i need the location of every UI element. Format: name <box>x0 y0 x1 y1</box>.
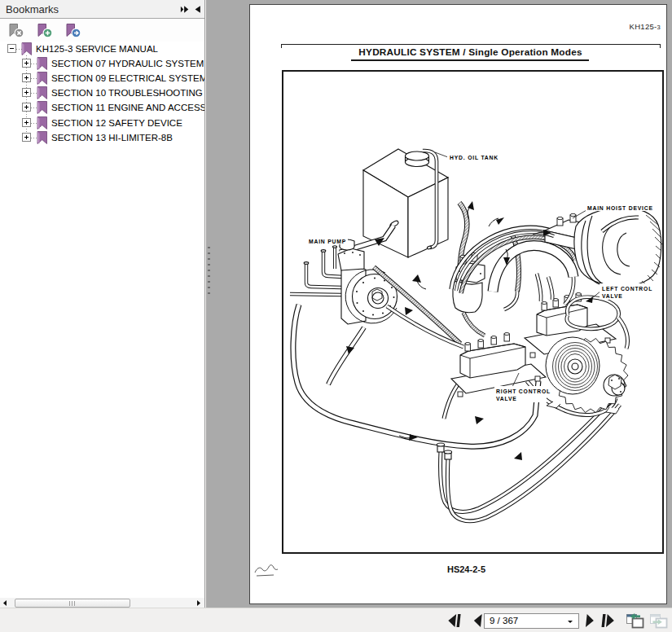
expand-box[interactable] <box>22 88 31 97</box>
scroll-right-icon[interactable] <box>193 598 204 608</box>
bookmarks-toolbar <box>0 20 204 42</box>
bookmark-item-section[interactable]: SECTION 10 TROUBLESHOOTING <box>0 86 205 100</box>
horizontal-scrollbar[interactable] <box>0 598 204 608</box>
bookmark-label[interactable]: KH125-3 SERVICE MANUAL <box>36 42 158 56</box>
tree-connector <box>31 93 37 94</box>
diagram-linework <box>255 149 662 576</box>
bookmark-item-section[interactable]: SECTION 09 ELECTRICAL SYSTEM <box>0 71 205 86</box>
bookmark-label[interactable]: SECTION 09 ELECTRICAL SYSTEM <box>51 71 205 86</box>
next-page-button[interactable] <box>582 612 600 630</box>
page-number-value: 9 / 367 <box>490 616 518 625</box>
label-oil-tank: HYD. OIL TANK <box>450 154 499 161</box>
next-view-button[interactable] <box>649 612 669 630</box>
pdf-page: KH125-3 HYDRAULIC SYSTEM / Single Operat… <box>249 4 667 604</box>
bookmark-icon <box>37 86 47 99</box>
expand-box[interactable] <box>22 73 31 82</box>
first-page-button[interactable] <box>446 612 463 630</box>
bookmark-icon <box>37 116 47 129</box>
pdf-reader-window: Bookmarks <box>0 0 672 632</box>
expand-panel-icon[interactable] <box>180 4 190 15</box>
tree-connector <box>31 123 37 124</box>
expand-box[interactable] <box>22 118 31 127</box>
figure-code: HS24-2-5 <box>275 564 658 574</box>
bookmark-icon <box>21 42 32 55</box>
bookmark-label[interactable]: SECTION 07 HYDRAULIC SYSTEM <box>51 56 204 71</box>
hydraulic-diagram <box>250 5 671 605</box>
bookmark-item-section[interactable]: SECTION 11 ENGINE AND ACCESSOR <box>0 100 205 115</box>
label-left-valve: LEFT CONTROL VALVE <box>602 285 652 300</box>
expand-box[interactable] <box>22 59 31 68</box>
label-main-pump: MAIN PUMP <box>309 238 346 245</box>
bookmark-label[interactable]: SECTION 10 TROUBLESHOOTING <box>51 86 203 100</box>
tree-connector <box>31 138 37 138</box>
page-number-combobox[interactable]: 9 / 367 <box>484 613 579 629</box>
bookmarks-panel: Bookmarks <box>0 0 205 608</box>
bookmarks-tree: KH125-3 SERVICE MANUAL SECTION 07 HYDRAU… <box>0 42 204 147</box>
bookmark-icon <box>37 57 47 70</box>
hoist-housing <box>574 208 662 286</box>
bookmark-label[interactable]: SECTION 12 SAFETY DEVICE <box>51 116 182 130</box>
bookmarks-panel-title: Bookmarks <box>6 3 59 15</box>
last-page-button[interactable] <box>600 612 617 630</box>
label-main-hoist: MAIN HOIST DEVICE <box>587 204 653 212</box>
scroll-left-icon[interactable] <box>0 598 11 608</box>
bookmark-label[interactable]: SECTION 13 HI-LIMITER-8B <box>51 130 173 145</box>
bookmark-item-section[interactable]: SECTION 07 HYDRAULIC SYSTEM <box>0 56 205 71</box>
scrollbar-thumb[interactable] <box>15 599 130 608</box>
bookmark-icon <box>37 72 47 85</box>
bookmark-label[interactable]: SECTION 11 ENGINE AND ACCESSOR <box>51 100 205 115</box>
bookmark-plus-icon[interactable] <box>36 23 54 39</box>
bookmark-icon <box>37 131 47 144</box>
tree-connector <box>31 108 37 108</box>
expand-box[interactable] <box>22 133 31 142</box>
status-bar: 9 / 367 <box>0 608 672 632</box>
hose-center-vertical <box>512 235 519 292</box>
panel-splitter[interactable] <box>208 247 210 296</box>
expand-box[interactable] <box>22 103 31 112</box>
collapse-box-root[interactable] <box>7 44 16 53</box>
label-right-valve: RIGHT CONTROL VALVE <box>496 388 551 402</box>
bookmarks-panel-header: Bookmarks <box>0 0 204 19</box>
tree-connector <box>31 78 37 79</box>
bookmark-arrow-icon[interactable] <box>64 23 82 39</box>
previous-view-button[interactable] <box>626 612 645 630</box>
tree-connector <box>31 64 37 64</box>
bookmark-item-section[interactable]: SECTION 12 SAFETY DEVICE <box>0 116 205 130</box>
bookmark-item-section[interactable]: SECTION 13 HI-LIMITER-8B <box>0 130 205 145</box>
hose-pump-drain <box>328 327 364 384</box>
bookmark-item-root[interactable]: KH125-3 SERVICE MANUAL <box>0 42 205 56</box>
hose-winch-pair <box>437 398 620 521</box>
bookmark-x-icon[interactable] <box>7 23 25 39</box>
combo-dropdown-icon[interactable] <box>568 621 573 623</box>
main-pump <box>290 239 397 324</box>
collapse-panel-icon[interactable] <box>194 4 203 15</box>
bookmark-icon <box>37 101 47 114</box>
